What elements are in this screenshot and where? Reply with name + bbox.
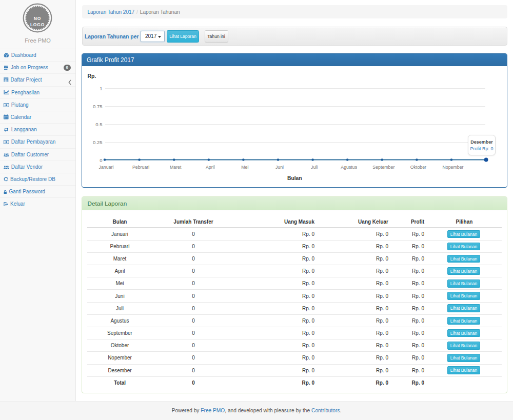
svg-text:NO: NO [34,16,42,21]
svg-text:LOGO: LOGO [30,22,45,27]
